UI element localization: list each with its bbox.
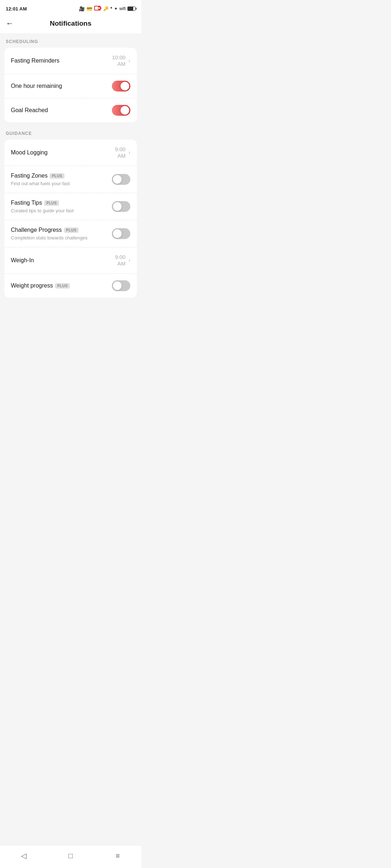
weigh-in-time: 9:00AM bbox=[115, 254, 125, 267]
weight-progress-toggle[interactable] bbox=[112, 280, 130, 291]
svg-rect-1 bbox=[101, 7, 101, 9]
fasting-zones-title-row: Fasting Zones PLUS bbox=[11, 173, 70, 179]
mood-logging-title: Mood Logging bbox=[11, 149, 47, 156]
challenge-progress-title: Challenge Progress bbox=[11, 227, 62, 233]
fasting-reminders-row[interactable]: Fasting Reminders 10:00AM › bbox=[4, 48, 137, 74]
fasting-zones-toggle[interactable] bbox=[112, 174, 130, 185]
challenge-progress-right bbox=[112, 228, 130, 239]
goal-reached-toggle-knob bbox=[121, 106, 129, 115]
challenge-progress-row: Challenge Progress PLUS Completion stats… bbox=[4, 220, 137, 247]
key-icon: 🔑 bbox=[103, 6, 109, 11]
weight-progress-title-row: Weight progress PLUS bbox=[11, 282, 70, 289]
goal-reached-right bbox=[112, 105, 130, 116]
scheduling-card: Fasting Reminders 10:00AM › One hour rem… bbox=[4, 48, 137, 122]
weight-progress-toggle-knob bbox=[113, 281, 122, 290]
fasting-tips-title-row: Fasting Tips PLUS bbox=[11, 200, 73, 206]
signal-icon: ✦ bbox=[114, 6, 118, 11]
goal-reached-row: Goal Reached bbox=[4, 98, 137, 122]
status-icons: 🎥 💳 🔑 * ✦ wifi bbox=[79, 6, 135, 12]
weight-progress-right bbox=[112, 280, 130, 291]
mood-logging-row[interactable]: Mood Logging 9:00AM › bbox=[4, 140, 137, 166]
fasting-zones-plus-badge: PLUS bbox=[50, 173, 64, 179]
fasting-reminders-left: Fasting Reminders bbox=[11, 58, 59, 64]
fasting-zones-left: Fasting Zones PLUS Find out what fuels y… bbox=[11, 173, 70, 186]
fasting-tips-title: Fasting Tips bbox=[11, 200, 42, 206]
fasting-zones-row: Fasting Zones PLUS Find out what fuels y… bbox=[4, 166, 137, 193]
one-hour-toggle-knob bbox=[121, 82, 129, 90]
challenge-progress-title-row: Challenge Progress PLUS bbox=[11, 227, 88, 233]
svg-rect-2 bbox=[95, 7, 98, 10]
fasting-reminders-chevron: › bbox=[129, 58, 130, 64]
fasting-reminders-title: Fasting Reminders bbox=[11, 58, 59, 64]
weigh-in-right: 9:00AM › bbox=[115, 254, 130, 267]
fasting-tips-row: Fasting Tips PLUS Curated tips to guide … bbox=[4, 193, 137, 220]
fasting-zones-title: Fasting Zones bbox=[11, 173, 47, 179]
one-hour-remaining-title: One hour remaining bbox=[11, 83, 62, 89]
weight-progress-plus-badge: PLUS bbox=[55, 283, 70, 289]
fasting-tips-right bbox=[112, 201, 130, 212]
challenge-progress-plus-badge: PLUS bbox=[64, 227, 79, 233]
fasting-tips-toggle-knob bbox=[113, 202, 122, 211]
weigh-in-left: Weigh-In bbox=[11, 257, 34, 264]
top-nav: ← Notifications bbox=[0, 16, 141, 33]
weigh-in-title: Weigh-In bbox=[11, 257, 34, 264]
guidance-card: Mood Logging 9:00AM › Fasting Zones PLUS… bbox=[4, 140, 137, 298]
one-hour-toggle[interactable] bbox=[112, 81, 130, 92]
fasting-tips-left: Fasting Tips PLUS Curated tips to guide … bbox=[11, 200, 73, 213]
main-content: SCHEDULING Fasting Reminders 10:00AM › O… bbox=[0, 33, 141, 341]
one-hour-remaining-row: One hour remaining bbox=[4, 74, 137, 98]
mood-logging-right: 9:00AM › bbox=[115, 146, 130, 159]
mood-logging-time: 9:00AM bbox=[115, 146, 125, 159]
weigh-in-row[interactable]: Weigh-In 9:00AM › bbox=[4, 247, 137, 273]
section-label-scheduling: SCHEDULING bbox=[4, 39, 137, 44]
bluetooth-icon: * bbox=[110, 6, 112, 11]
challenge-progress-left: Challenge Progress PLUS Completion stats… bbox=[11, 227, 88, 241]
battery-icon bbox=[127, 7, 135, 11]
one-hour-remaining-right bbox=[112, 81, 130, 92]
mood-logging-left: Mood Logging bbox=[11, 149, 47, 156]
challenge-progress-subtitle: Completion stats towards challenges bbox=[11, 235, 88, 241]
weight-progress-row: Weight progress PLUS bbox=[4, 273, 137, 298]
weigh-in-chevron: › bbox=[129, 257, 130, 264]
weight-progress-title: Weight progress bbox=[11, 282, 53, 289]
status-time: 12:01 AM bbox=[6, 6, 27, 12]
fasting-tips-plus-badge: PLUS bbox=[44, 200, 59, 206]
section-label-guidance: GUIDANCE bbox=[4, 131, 137, 136]
goal-reached-toggle[interactable] bbox=[112, 105, 130, 116]
fasting-zones-toggle-knob bbox=[113, 175, 122, 184]
mood-logging-chevron: › bbox=[129, 149, 130, 156]
video-icon: 🎥 bbox=[79, 6, 85, 12]
goal-reached-title: Goal Reached bbox=[11, 107, 48, 114]
status-bar: 12:01 AM 🎥 💳 🔑 * ✦ wifi bbox=[0, 0, 141, 16]
wifi-icon: wifi bbox=[119, 6, 126, 11]
challenge-progress-toggle-knob bbox=[113, 229, 122, 238]
fasting-zones-subtitle: Find out what fuels your fast bbox=[11, 181, 70, 186]
fasting-tips-toggle[interactable] bbox=[112, 201, 130, 212]
payment-icon: 💳 bbox=[87, 6, 92, 12]
one-hour-remaining-left: One hour remaining bbox=[11, 83, 62, 89]
page-title: Notifications bbox=[50, 20, 91, 27]
back-button[interactable]: ← bbox=[6, 19, 14, 28]
weight-progress-left: Weight progress PLUS bbox=[11, 282, 70, 289]
fasting-reminders-right: 10:00AM › bbox=[112, 54, 130, 67]
challenge-progress-toggle[interactable] bbox=[112, 228, 130, 239]
record-icon bbox=[94, 6, 101, 12]
fasting-reminders-time: 10:00AM bbox=[112, 54, 126, 67]
goal-reached-left: Goal Reached bbox=[11, 107, 48, 114]
fasting-tips-subtitle: Curated tips to guide your fast bbox=[11, 208, 73, 213]
fasting-zones-right bbox=[112, 174, 130, 185]
